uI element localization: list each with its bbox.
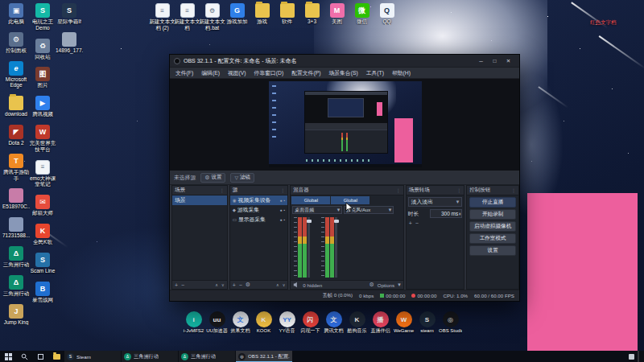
desktop-icon[interactable]: 微 微信 [349,3,374,31]
transition-duration-input[interactable]: 300 ms ▴▾ [430,209,462,218]
menu-item[interactable]: 编辑(E) [197,69,224,77]
source-row[interactable]: ▭ 显示器采集 [230,215,288,224]
desktop-icon[interactable]: M 美图 [324,3,349,31]
mixer-options-button[interactable]: Options [378,282,394,288]
desktop-icon[interactable]: 游戏 [250,3,275,31]
dock-shortcut[interactable]: 播 直播伴侣 [369,311,392,339]
close-button[interactable]: ✕ [502,56,515,66]
dock-shortcut[interactable]: W WeGame [392,311,415,339]
stepper-icon[interactable]: ▴▾ [459,212,460,216]
dock-shortcut[interactable]: K KOOK [252,311,275,339]
remove-scene-icon[interactable] [181,282,184,288]
volume-fader[interactable] [308,217,310,278]
desktop-icon[interactable]: S Scam Line [30,253,56,274]
dock-shortcut[interactable]: i i-JvMFS2 [182,311,205,339]
desktop-icon[interactable]: J Jump King [3,304,29,326]
start-button[interactable] [0,351,16,362]
desktop-icon[interactable]: B 暴雪战网 [30,282,56,303]
menu-item[interactable]: 场景集合(S) [324,69,361,77]
desktop-icon[interactable]: ♻ 回收站 [30,39,56,60]
source-row[interactable]: ◉ 视频采集设备 [230,195,288,205]
visibility-icon[interactable] [280,208,283,212]
move-down-icon[interactable] [221,282,225,287]
source-properties-button[interactable]: 设置 [200,173,225,183]
dock-menu-icon[interactable] [456,187,461,193]
dock-shortcut[interactable]: YY YY语音 [275,311,299,339]
scene-item[interactable]: 场景 [172,195,227,205]
desktop-icon[interactable]: T 腾讯手游助手 [3,154,29,182]
taskbar-button[interactable]: S Steam [64,351,121,362]
dock-menu-icon[interactable] [220,187,225,193]
menu-item[interactable]: 视图(V) [224,69,250,77]
dock-menu-icon[interactable] [280,187,285,193]
desktop-icon[interactable]: S 电玩之王 Demo [30,3,56,31]
studio-mode-button[interactable]: 工作室模式 [469,233,516,244]
lock-icon[interactable] [284,198,286,203]
transition-select[interactable]: 淡入淡出 [408,197,463,207]
desktop-icon[interactable]: ⚙ 新建文本文档.bat [200,3,225,31]
desktop-icon[interactable]: 71231588... [3,217,29,239]
dock-menu-icon[interactable] [511,187,516,193]
lock-icon[interactable] [284,208,286,212]
desktop-icon[interactable]: Δ 三角洲行动 [3,246,29,268]
source-settings-icon[interactable] [246,282,250,288]
speaker-icon[interactable] [293,282,299,288]
move-up-icon[interactable] [276,282,279,287]
search-button[interactable] [16,351,32,362]
dock-shortcut[interactable]: 闪 闪现一下 [299,311,322,339]
desktop-icon[interactable]: ✉ 邮箱大师 [30,195,56,216]
menu-item[interactable]: 工具(T) [362,69,388,77]
tray-icon[interactable] [629,354,634,360]
menu-item[interactable]: 帮助(H) [388,69,415,77]
desktop-icon[interactable]: download [3,96,29,117]
dock-shortcut[interactable]: ◎ OBS Studio [439,311,462,339]
red-file-label[interactable]: 红色文字档 [590,19,617,27]
source-row[interactable]: ◆ 游戏采集 [230,205,288,215]
desktop-icon[interactable]: ▣ 此电脑 [3,3,29,25]
dock-shortcut[interactable]: uu UU加速器 [205,311,229,339]
dock-shortcut[interactable]: 文 效果文档 [229,311,252,339]
desktop-icon[interactable]: ≡ 新建文本文档 (2) [150,3,175,31]
desktop-icon[interactable]: 图 图片 [30,67,56,88]
desktop-icon[interactable]: e Microsoft Edge [3,61,29,89]
file-explorer-button[interactable] [48,351,64,362]
desktop-icon[interactable]: ◤ Dota 2 [3,125,29,146]
move-down-icon[interactable] [283,282,286,287]
remove-source-icon[interactable] [239,282,242,288]
desktop-icon[interactable]: ≡ 新建文本文档 [175,3,200,31]
obs-settings-button[interactable]: 设置 [469,245,516,256]
desktop-icon[interactable]: G 游戏加加 [225,3,250,31]
desktop-icon[interactable]: K 全民K歌 [30,224,56,245]
menu-item[interactable]: 配置文件(P) [287,69,324,77]
menu-item[interactable]: 停靠窗口(D) [250,69,288,77]
lock-icon[interactable] [284,217,286,222]
mixer-channel-select[interactable]: 桌面音频 [292,206,342,214]
desktop-icon[interactable]: Δ 三角洲行动 [3,275,29,297]
desktop-icon[interactable]: W 完美世界竞技平台 [30,125,56,153]
stop-streaming-button[interactable]: 停止直播 [469,197,516,208]
taskbar-button[interactable]: ◎ OBS 32.1.1 - 配置... [236,351,292,362]
visibility-icon[interactable] [280,198,283,203]
dock-shortcut[interactable]: K 酷狗音乐 [345,311,369,339]
desktop-icon[interactable]: Q QQ [374,3,399,31]
display-capture-preview[interactable] [269,81,422,167]
add-transition-icon[interactable] [409,220,412,226]
desktop-icon[interactable]: ▶ 腾讯视频 [30,96,56,117]
preview-area[interactable] [170,79,519,171]
start-recording-button[interactable]: 开始录制 [469,209,516,220]
add-scene-icon[interactable] [175,282,178,288]
desktop-icon[interactable]: 3+3 [299,3,324,31]
maximize-button[interactable]: □ [488,56,502,66]
taskbar-button[interactable]: Δ 三角洲行动 [122,351,178,362]
minimize-button[interactable]: ─ [474,56,488,66]
desktop-icon[interactable]: S 星际争霸II [56,3,82,25]
task-view-button[interactable] [32,351,48,362]
taskbar-button[interactable]: Δ 三角洲行动 [179,351,235,362]
desktop-icon[interactable]: 软件 [275,3,299,31]
show-desktop-button[interactable] [638,351,639,362]
dock-shortcut[interactable]: S steam [415,311,439,339]
desktop-icon[interactable]: E518970C... [3,188,29,210]
source-filters-button[interactable]: 滤镜 [230,173,254,183]
visibility-icon[interactable] [280,217,283,222]
desktop-icon[interactable]: ≡ emo大神课堂笔记 [30,160,56,188]
